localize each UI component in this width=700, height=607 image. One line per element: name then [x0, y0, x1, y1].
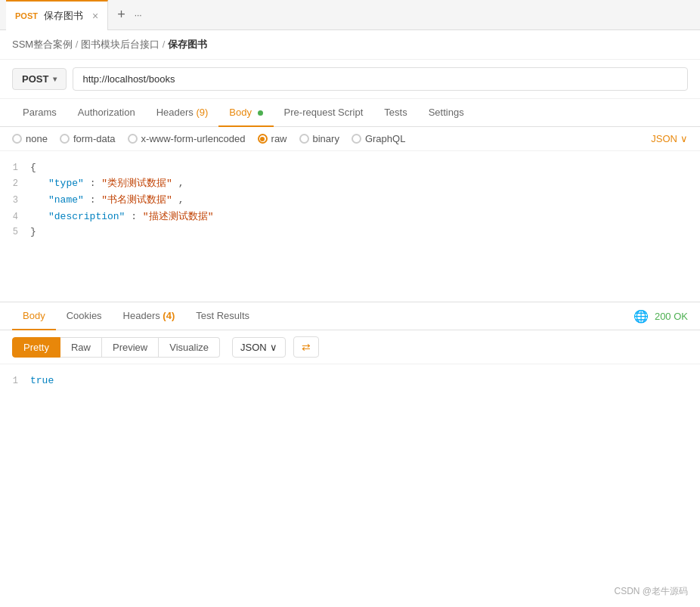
code-line-3: 3 "name" : "书名测试数据" ,	[0, 191, 700, 208]
json-key: "description"	[48, 211, 125, 222]
option-graphql[interactable]: GraphQL	[352, 133, 405, 144]
chevron-down-icon: ∨	[270, 342, 277, 353]
label-binary: binary	[313, 133, 339, 144]
response-json-label: JSON	[240, 342, 267, 353]
line-number: 5	[0, 227, 30, 237]
chevron-down-icon: ▾	[53, 75, 57, 83]
radio-raw	[258, 134, 268, 144]
tab-authorization[interactable]: Authorization	[67, 99, 146, 127]
radio-urlencoded	[128, 134, 138, 144]
tab-settings[interactable]: Settings	[418, 99, 475, 127]
label-urlencoded: x-www-form-urlencoded	[141, 133, 246, 144]
tab-bar: POST 保存图书 × + ···	[0, 0, 700, 30]
response-tabs: Body Cookies Headers (4) Test Results 🌐 …	[0, 302, 700, 330]
line-number: 1	[0, 163, 30, 173]
json-key: "type"	[48, 178, 84, 189]
indent	[30, 178, 48, 189]
line-content: "name" : "书名测试数据" ,	[30, 193, 700, 206]
option-raw[interactable]: raw	[258, 133, 287, 144]
fmt-preview-button[interactable]: Preview	[102, 337, 159, 358]
resp-tab-testresults[interactable]: Test Results	[185, 302, 260, 330]
resp-tab-cookies[interactable]: Cookies	[56, 302, 113, 330]
breadcrumb-current: 保存图书	[168, 39, 207, 50]
new-tab-button[interactable]: +	[108, 0, 135, 30]
json-type-selector[interactable]: JSON ∨	[651, 133, 688, 144]
tab-body[interactable]: Body	[218, 99, 273, 127]
response-format-bar: Pretty Raw Preview Visualize JSON ∨ ⇄	[0, 330, 700, 364]
label-graphql: GraphQL	[365, 133, 405, 144]
response-status: 🌐 200 OK	[633, 309, 688, 324]
url-input[interactable]	[73, 67, 688, 91]
body-options: none form-data x-www-form-urlencoded raw…	[0, 127, 700, 151]
breadcrumb: SSM整合案例 / 图书模块后台接口 / 保存图书	[0, 30, 700, 60]
option-binary[interactable]: binary	[299, 133, 339, 144]
code-line-2: 2 "type" : "类别测试数据" ,	[0, 175, 700, 191]
label-form-data: form-data	[73, 133, 116, 144]
more-tabs-button[interactable]: ···	[135, 10, 142, 20]
line-number: 4	[0, 212, 30, 222]
json-value: "书名测试数据"	[101, 194, 172, 206]
comma: ,	[178, 178, 184, 189]
response-body: 1 true	[0, 364, 700, 397]
code-line-1: 1 {	[0, 160, 700, 175]
line-content: "type" : "类别测试数据" ,	[30, 176, 700, 190]
breadcrumb-part1[interactable]: SSM整合案例	[12, 39, 73, 50]
url-bar: POST ▾	[0, 60, 700, 99]
radio-graphql	[352, 134, 361, 144]
close-tab-button[interactable]: ×	[92, 10, 98, 22]
method-select[interactable]: POST ▾	[12, 68, 67, 90]
wrap-button[interactable]: ⇄	[293, 336, 319, 358]
fmt-raw-button[interactable]: Raw	[60, 337, 102, 358]
tab-prerequest[interactable]: Pre-request Script	[274, 99, 374, 127]
label-raw: raw	[271, 133, 287, 144]
line-number: 1	[0, 376, 30, 386]
line-content: {	[30, 162, 700, 173]
breadcrumb-part2[interactable]: 图书模块后台接口	[81, 39, 160, 50]
tab-headers[interactable]: Headers (9)	[146, 99, 219, 127]
response-json-selector[interactable]: JSON ∨	[232, 337, 286, 358]
tab-tests[interactable]: Tests	[373, 99, 417, 127]
indent	[30, 211, 48, 222]
option-urlencoded[interactable]: x-www-form-urlencoded	[128, 133, 246, 144]
comma: ,	[178, 194, 184, 206]
line-content: "description" : "描述测试数据"	[30, 209, 700, 223]
radio-form-data	[60, 134, 70, 144]
label-none: none	[26, 133, 48, 144]
json-value: "类别测试数据"	[101, 178, 172, 189]
json-label: JSON	[651, 133, 677, 144]
fmt-pretty-button[interactable]: Pretty	[12, 337, 60, 358]
radio-none	[12, 134, 22, 144]
active-tab[interactable]: POST 保存图书 ×	[6, 0, 108, 30]
colon: :	[90, 194, 96, 206]
tab-params[interactable]: Params	[12, 99, 67, 127]
response-value: true	[30, 375, 54, 386]
chevron-down-icon: ∨	[680, 133, 688, 144]
response-line-1: 1 true	[0, 373, 700, 388]
response-section: Body Cookies Headers (4) Test Results 🌐 …	[0, 302, 700, 397]
tab-title: 保存图书	[44, 9, 83, 23]
option-form-data[interactable]: form-data	[60, 133, 116, 144]
method-label: POST	[22, 73, 48, 85]
code-editor[interactable]: 1 { 2 "type" : "类别测试数据" , 3 "name" : "书名…	[0, 151, 700, 302]
resp-tab-headers[interactable]: Headers (4)	[113, 302, 186, 330]
request-tabs: Params Authorization Headers (9) Body Pr…	[0, 99, 700, 127]
line-number: 3	[0, 195, 30, 206]
tab-method: POST	[15, 11, 38, 20]
colon: :	[131, 211, 137, 222]
line-content: }	[30, 226, 700, 237]
radio-binary	[299, 134, 309, 144]
code-line-4: 4 "description" : "描述测试数据"	[0, 208, 700, 225]
option-none[interactable]: none	[12, 133, 48, 144]
status-code: 200 OK	[655, 311, 688, 322]
code-line-5: 5 }	[0, 225, 700, 239]
breadcrumb-sep2: /	[163, 39, 168, 50]
json-value: "描述测试数据"	[143, 211, 214, 222]
breadcrumb-sep1: /	[76, 39, 81, 50]
globe-icon: 🌐	[633, 309, 649, 324]
colon: :	[90, 178, 96, 189]
line-number: 2	[0, 178, 30, 189]
fmt-visualize-button[interactable]: Visualize	[159, 337, 220, 358]
indent	[30, 194, 48, 206]
json-key: "name"	[48, 194, 84, 206]
resp-tab-body[interactable]: Body	[12, 302, 56, 330]
